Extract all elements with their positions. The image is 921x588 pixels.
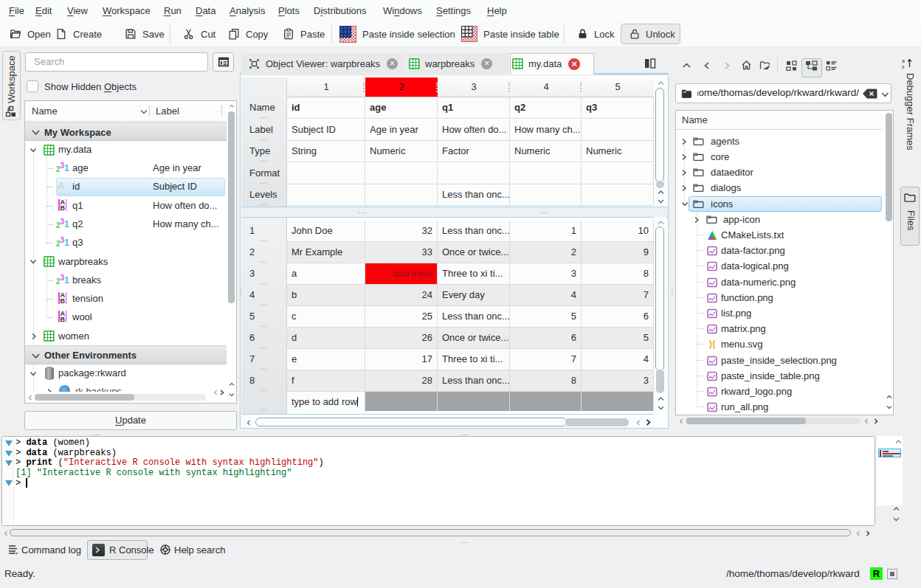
svg-text:a: a xyxy=(902,58,905,63)
svg-text:z: z xyxy=(902,64,905,69)
